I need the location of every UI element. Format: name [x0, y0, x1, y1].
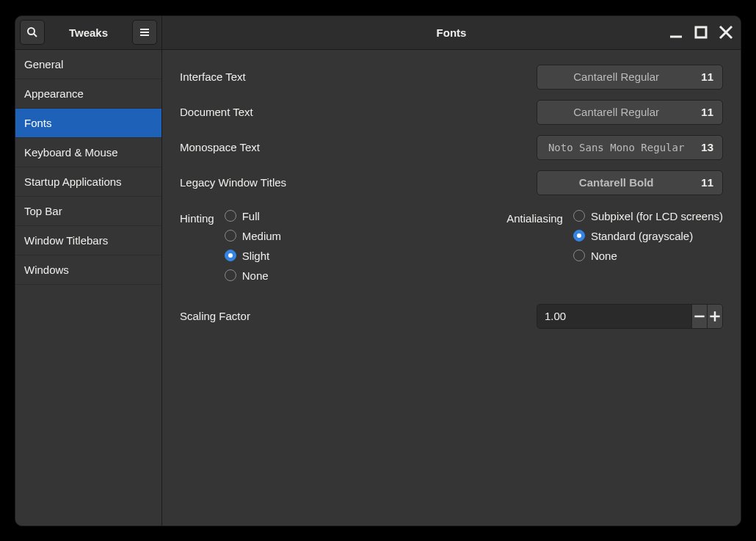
- radio-label: Slight: [242, 250, 270, 262]
- sidebar-item-label: Window Titlebars: [24, 234, 108, 247]
- radio-label: Standard (grayscale): [591, 230, 693, 242]
- scaling-decrement-button[interactable]: [691, 305, 707, 328]
- sidebar-item-window-titlebars[interactable]: Window Titlebars: [15, 226, 161, 255]
- monospace-text-row: Monospace Text Noto Sans Mono Regular 13: [180, 134, 723, 161]
- sidebar-item-label: Keyboard & Mouse: [24, 146, 118, 159]
- document-text-label: Document Text: [180, 106, 537, 118]
- hinting-option-none[interactable]: None: [225, 269, 281, 282]
- hamburger-icon: [139, 26, 150, 38]
- font-name: Noto Sans Mono Regular: [546, 142, 686, 153]
- scaling-factor-spinbutton[interactable]: [537, 304, 723, 329]
- minimize-button[interactable]: [669, 25, 683, 40]
- svg-line-1: [34, 34, 37, 37]
- svg-point-0: [28, 28, 34, 35]
- font-size: 11: [701, 176, 713, 189]
- legacy-titles-row: Legacy Window Titles Cantarell Bold 11: [180, 169, 723, 197]
- minus-icon: [692, 309, 707, 324]
- sidebar-item-general[interactable]: General: [15, 50, 161, 79]
- spacer: [325, 210, 462, 282]
- radio-icon: [225, 210, 236, 222]
- hinting-option-slight[interactable]: Slight: [225, 250, 281, 262]
- radio-label: Subpixel (for LCD screens): [591, 210, 723, 222]
- titlebar: Tweaks Fonts: [15, 16, 741, 50]
- radio-icon: [573, 250, 585, 261]
- rendering-section: Hinting Full Medium Slight None Antialia…: [180, 210, 723, 282]
- tweaks-window: Tweaks Fonts General Appearanc: [15, 15, 741, 526]
- monospace-text-button[interactable]: Noto Sans Mono Regular 13: [537, 135, 723, 160]
- hinting-option-full[interactable]: Full: [225, 210, 281, 222]
- sidebar-item-label: Windows: [24, 264, 69, 276]
- maximize-button[interactable]: [694, 25, 708, 40]
- font-name: Cantarell Regular: [546, 70, 686, 83]
- antialiasing-label: Antialiasing: [506, 210, 563, 282]
- hinting-options: Full Medium Slight None: [225, 210, 281, 282]
- radio-icon: [225, 269, 236, 281]
- sidebar-item-label: Startup Applications: [24, 175, 122, 188]
- svg-rect-6: [696, 27, 706, 37]
- antialiasing-options: Subpixel (for LCD screens) Standard (gra…: [573, 210, 723, 282]
- search-icon: [26, 26, 38, 38]
- radio-label: None: [591, 250, 617, 262]
- sidebar-item-label: Fonts: [24, 117, 52, 129]
- monospace-text-label: Monospace Text: [180, 141, 537, 153]
- hinting-group: Hinting Full Medium Slight None: [180, 210, 281, 282]
- radio-label: Full: [242, 210, 260, 222]
- interface-text-button[interactable]: Cantarell Regular 11: [537, 65, 723, 90]
- legacy-titles-button[interactable]: Cantarell Bold 11: [537, 170, 723, 195]
- sidebar-item-label: Top Bar: [24, 205, 62, 217]
- radio-icon: [573, 210, 585, 222]
- radio-label: None: [242, 269, 269, 282]
- antialiasing-group: Antialiasing Subpixel (for LCD screens) …: [506, 210, 723, 282]
- font-size: 11: [701, 70, 713, 83]
- maximize-icon: [694, 25, 708, 40]
- hinting-option-medium[interactable]: Medium: [225, 230, 281, 242]
- sidebar-item-keyboard-mouse[interactable]: Keyboard & Mouse: [15, 138, 161, 167]
- font-size: 13: [701, 141, 713, 153]
- menu-button[interactable]: [132, 20, 157, 45]
- sidebar-item-label: Appearance: [24, 87, 84, 100]
- radio-icon: [225, 250, 236, 261]
- titlebar-left: Tweaks: [15, 16, 162, 49]
- fonts-panel: Interface Text Cantarell Regular 11 Docu…: [162, 50, 741, 526]
- document-text-button[interactable]: Cantarell Regular 11: [537, 100, 723, 125]
- interface-text-label: Interface Text: [180, 70, 537, 83]
- sidebar-item-windows[interactable]: Windows: [15, 255, 161, 285]
- window-body: General Appearance Fonts Keyboard & Mous…: [15, 50, 741, 526]
- page-title: Fonts: [162, 26, 741, 39]
- antialiasing-option-subpixel[interactable]: Subpixel (for LCD screens): [573, 210, 723, 222]
- minimize-icon: [669, 25, 683, 40]
- sidebar-item-fonts[interactable]: Fonts: [15, 109, 161, 138]
- close-button[interactable]: [719, 25, 733, 40]
- interface-text-row: Interface Text Cantarell Regular 11: [180, 63, 723, 91]
- legacy-titles-label: Legacy Window Titles: [180, 176, 537, 189]
- close-icon: [719, 25, 733, 40]
- titlebar-right: Fonts: [162, 16, 741, 49]
- radio-icon: [573, 230, 585, 242]
- font-name: Cantarell Bold: [546, 176, 686, 189]
- radio-label: Medium: [242, 230, 281, 242]
- document-text-row: Document Text Cantarell Regular 11: [180, 98, 723, 126]
- scaling-factor-label: Scaling Factor: [180, 310, 537, 322]
- search-button[interactable]: [20, 20, 45, 45]
- plus-icon: [708, 309, 722, 324]
- font-size: 11: [701, 106, 713, 118]
- hinting-label: Hinting: [180, 210, 214, 282]
- sidebar-item-startup-applications[interactable]: Startup Applications: [15, 167, 161, 197]
- sidebar: General Appearance Fonts Keyboard & Mous…: [15, 50, 162, 526]
- app-title: Tweaks: [48, 26, 129, 39]
- antialiasing-option-standard[interactable]: Standard (grayscale): [573, 230, 723, 242]
- scaling-increment-button[interactable]: [707, 305, 722, 328]
- scaling-factor-input[interactable]: [537, 310, 691, 322]
- sidebar-item-label: General: [24, 58, 63, 70]
- sidebar-item-appearance[interactable]: Appearance: [15, 79, 161, 109]
- window-controls: [669, 25, 733, 40]
- antialiasing-option-none[interactable]: None: [573, 250, 723, 262]
- scaling-factor-row: Scaling Factor: [180, 302, 723, 330]
- radio-icon: [225, 230, 236, 242]
- font-name: Cantarell Regular: [546, 106, 686, 118]
- sidebar-item-top-bar[interactable]: Top Bar: [15, 197, 161, 226]
